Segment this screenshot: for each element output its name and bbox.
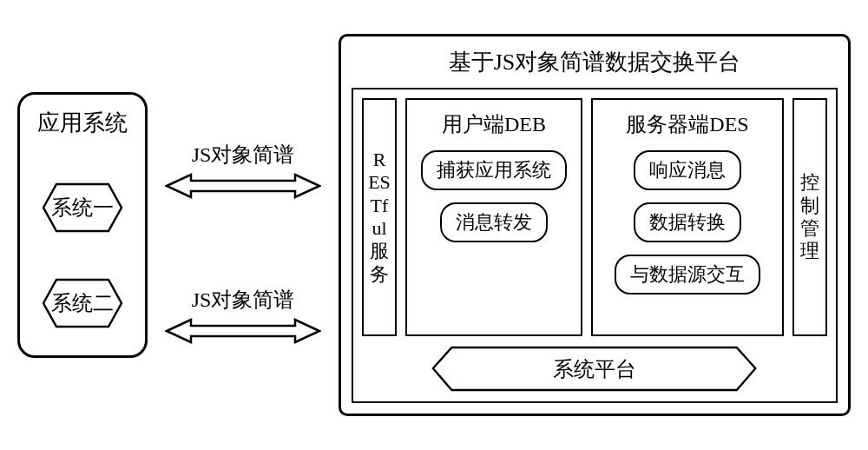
des-convert-item: 数据转换	[634, 202, 741, 242]
deb-capture-item: 捕获应用系统	[421, 150, 567, 190]
restful-service-label: RESTful服务	[368, 149, 391, 286]
arrow-label-top: JS对象简谱	[192, 141, 295, 169]
right-panel-title: 基于JS对象简谱数据交换平台	[352, 47, 838, 77]
system-platform-box: 系统平台	[431, 345, 757, 393]
exchange-platform-panel: 基于JS对象简谱数据交换平台 RESTful服务 用户端DEB 捕获应用系统 消…	[339, 34, 851, 416]
des-datasource-item: 与数据源交互	[615, 255, 760, 294]
server-des-box: 服务器端DES 响应消息 数据转换 与数据源交互	[591, 98, 784, 336]
diagram-container: 应用系统 系统一 系统二 JS对象简谱 JS对象简谱	[0, 0, 868, 450]
system-two-node: 系统二	[30, 277, 135, 329]
deb-forward-item: 消息转发	[440, 202, 548, 242]
control-management-label: 控制管理	[799, 171, 821, 263]
client-deb-box: 用户端DEB 捕获应用系统 消息转发	[405, 98, 582, 336]
system-platform-label: 系统平台	[553, 355, 636, 383]
double-arrow-icon	[165, 173, 321, 199]
svg-marker-3	[167, 320, 319, 342]
svg-marker-2	[167, 175, 319, 197]
left-panel-title: 应用系统	[37, 108, 128, 138]
platform-inner-container: RESTful服务 用户端DEB 捕获应用系统 消息转发 服务器端DES 响应消…	[352, 88, 838, 403]
system-one-node: 系统一	[30, 182, 135, 234]
arrow-label-bottom: JS对象简谱	[192, 286, 295, 314]
des-response-item: 响应消息	[634, 150, 741, 190]
restful-service-box: RESTful服务	[362, 98, 397, 336]
control-management-box: 控制管理	[792, 98, 827, 336]
arrows-column: JS对象简谱 JS对象简谱	[165, 141, 321, 344]
double-arrow-icon	[165, 318, 321, 344]
application-system-panel: 应用系统 系统一 系统二	[17, 92, 148, 358]
des-title: 服务器端DES	[626, 110, 748, 138]
deb-title: 用户端DEB	[442, 110, 546, 138]
arrow-group-bottom: JS对象简谱	[165, 286, 321, 344]
top-row: RESTful服务 用户端DEB 捕获应用系统 消息转发 服务器端DES 响应消…	[362, 98, 827, 336]
arrow-group-top: JS对象简谱	[165, 141, 321, 199]
system-one-label: 系统一	[51, 194, 114, 222]
system-two-label: 系统二	[51, 289, 114, 317]
